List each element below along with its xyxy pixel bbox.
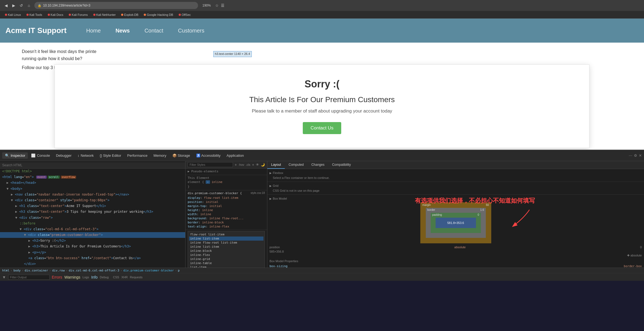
display-options-dropdown[interactable]: flow-root list-item inline list-item inl… — [188, 231, 265, 268]
site-nav-links: Home News Contact Customers — [83, 25, 208, 36]
flexbox-title[interactable]: ▶ Flexbox — [269, 171, 642, 175]
debug-badge[interactable]: Debug — [100, 276, 109, 279]
devtools-tab-memory[interactable]: Memory — [151, 152, 169, 159]
devtools-tab-application[interactable]: Application — [224, 152, 247, 159]
box-model-section: ▶ Box Model margin 60 border 1.6 — [267, 195, 644, 268]
display-option-inline-grid[interactable]: inline-grid — [189, 257, 263, 261]
contact-us-button[interactable]: Contact Us — [303, 122, 341, 134]
url-bar[interactable]: 🔒 10.10.194.239/news/article?id=3 — [34, 2, 198, 9]
bookmark-kali-nethunter[interactable]: Kali NetHunter — [91, 13, 118, 17]
bookmark-kali-tools[interactable]: Kali Tools — [24, 13, 44, 17]
display-option-flow-root[interactable]: flow-root list-item — [189, 232, 263, 237]
pseudo-expand-icon[interactable]: ▶ — [188, 170, 190, 173]
bookmark-kali-forums[interactable]: Kali Forums — [67, 13, 90, 17]
html-p-empty[interactable]: ▶ <p>​</p> — [0, 250, 185, 255]
website-area: Acme IT Support Home News Contact Custom… — [0, 19, 644, 150]
add-rule-icon[interactable]: + — [235, 162, 237, 167]
css-pseudo-section: ▶ Pseudo-elements — [185, 169, 267, 175]
html-container-div[interactable]: ▼ <div class="container" style="padding-… — [0, 197, 185, 203]
layout-tab-computed[interactable]: Computed — [285, 161, 307, 169]
requests-badge[interactable]: Requests — [130, 276, 142, 279]
html-h3-tag[interactable]: ▶ <h3 class="text-center">3 Tips for kee… — [0, 209, 185, 215]
devtools-tab-debugger[interactable]: Debugger — [53, 152, 74, 159]
devtools-tab-accessibility[interactable]: ♿ Accessibility — [193, 152, 223, 159]
html-h1-tag[interactable]: ▶ <h1 class="text-center">Acme IT Suppor… — [0, 203, 185, 209]
bookmark-kali-linux[interactable]: Kali Linux — [3, 13, 23, 17]
back-button[interactable]: ◀ — [3, 2, 9, 9]
browser-icons: ☆ ☰ — [215, 3, 224, 8]
xhr-badge[interactable]: XHR — [121, 276, 128, 279]
display-option-inline-flow[interactable]: inline flow-root list-item — [189, 241, 263, 245]
warnings-badge[interactable]: Warnings — [64, 275, 80, 279]
css-filter-input[interactable] — [188, 162, 233, 167]
forward-button[interactable]: ▶ — [10, 2, 17, 9]
star-icon[interactable]: ☆ — [215, 3, 219, 8]
dock-icon[interactable]: ⋯ — [629, 153, 632, 158]
css-add-icon[interactable]: + — [252, 162, 254, 167]
html-contact-link[interactable]: <a class="btn btn-success" href="/contac… — [0, 255, 185, 261]
home-button[interactable]: ⌂ — [26, 2, 32, 9]
html-nav-tag[interactable]: ▶ <nav class="navbar navbar-inverse navb… — [0, 192, 185, 197]
bc-html[interactable]: html — [2, 269, 10, 272]
html-html-tag[interactable]: <html lang="en"> eventscrolloverflow — [0, 174, 185, 180]
close-devtools-icon[interactable]: ✕ — [639, 153, 642, 158]
display-option-inline-list-item[interactable]: inline list-item — [189, 237, 263, 241]
size-info: 585×356.8 — [269, 250, 642, 253]
info-badge[interactable]: Info — [91, 275, 97, 279]
devtools-tab-performance[interactable]: Performance — [124, 152, 150, 159]
css-panel: + :hov .cls + 👁 🌙 ▶ Pseudo-elements This — [185, 161, 267, 268]
css-hov-toggle[interactable]: :hov — [239, 163, 244, 166]
html-h2-sorry[interactable]: ▶ <h2>Sorry :(</h2> — [0, 238, 185, 244]
errors-badge[interactable]: Errors — [52, 275, 62, 279]
filter-output-input[interactable] — [8, 275, 50, 280]
bc-premium[interactable]: div.premium-customer-blocker — [123, 269, 174, 272]
bookmark-google-hacking[interactable]: Google Hacking DB — [142, 13, 175, 17]
css-badge[interactable]: CSS — [113, 276, 119, 279]
html-row-div[interactable]: ▼ <div class="row"> — [0, 215, 185, 221]
layout-tab-compatibility[interactable]: Compatibility — [328, 161, 355, 169]
search-html-input[interactable] — [0, 162, 185, 169]
html-doctype: <!DOCTYPE html> — [0, 169, 185, 174]
devtools-tab-console[interactable]: ⬜ Console — [28, 152, 53, 159]
nav-home[interactable]: Home — [83, 25, 104, 36]
nav-contact[interactable]: Contact — [141, 25, 167, 36]
bc-row[interactable]: div.row — [52, 269, 65, 272]
display-option-inline-list[interactable]: inline list-item — [189, 245, 263, 249]
refresh-button[interactable]: ↺ — [18, 2, 25, 9]
box-model-title[interactable]: ▶ Box Model — [269, 197, 642, 200]
html-body-tag[interactable]: ▼ <body> — [0, 186, 185, 192]
display-option-inline-block[interactable]: inline-block — [189, 249, 263, 253]
devtools-tab-storage[interactable]: 📦 Storage — [170, 152, 193, 159]
css-cls-toggle[interactable]: .cls — [246, 163, 250, 166]
bookmark-kali-docs[interactable]: Kali Docs — [46, 13, 65, 17]
menu-icon[interactable]: ☰ — [221, 3, 224, 8]
layout-tab-layout[interactable]: Layout — [267, 161, 285, 169]
settings-icon[interactable]: ⚙ — [634, 153, 637, 158]
bc-col[interactable]: div.col-md-6.col-md-offset-3 — [69, 269, 119, 272]
devtools-tab-inspector[interactable]: 🔍 Inspector — [2, 152, 28, 159]
html-col-div[interactable]: ▼ <div class="col-md-6 col-md-offset-3"> — [0, 226, 185, 232]
display-option-inline-flex[interactable]: inline-flex — [189, 253, 263, 257]
pseudo-elements-label: ▶ Pseudo-elements — [188, 170, 265, 173]
html-h3-premium[interactable]: ▶ <h3>This Article Is For Our Premium Cu… — [0, 244, 185, 249]
css-eye-icon[interactable]: 👁 — [256, 163, 259, 167]
grid-title[interactable]: ▶ Grid — [269, 184, 642, 187]
bookmark-offsec[interactable]: OffSec — [176, 13, 193, 17]
logs-badge[interactable]: Logs — [83, 276, 89, 279]
margin-layer: margin 60 border 1.6 padding 0 — [420, 202, 491, 243]
display-option-inline-table[interactable]: inline-table — [189, 261, 263, 265]
display-option-list-item[interactable]: list-item — [189, 265, 263, 268]
css-dark-icon[interactable]: 🌙 — [261, 163, 265, 167]
bc-container[interactable]: div.container — [25, 269, 48, 272]
devtools-tab-style-editor[interactable]: {} Style Editor — [97, 152, 124, 159]
devtools-tab-network[interactable]: ↕ Network — [75, 152, 96, 159]
nav-news[interactable]: News — [112, 25, 133, 36]
absolute-indicator: ✚ absolute — [269, 254, 642, 257]
bc-p[interactable]: p — [178, 269, 180, 272]
layout-tab-changes[interactable]: Changes — [307, 161, 328, 169]
html-head-tag[interactable]: ▶ <head>​</head> — [0, 180, 185, 186]
bc-body[interactable]: body — [13, 269, 21, 272]
nav-customers[interactable]: Customers — [175, 25, 208, 36]
html-premium-div[interactable]: ▼ <div class="premium-customer-blocker"> — [0, 232, 185, 238]
bookmark-exploit-db[interactable]: Exploit-DB — [119, 13, 140, 17]
